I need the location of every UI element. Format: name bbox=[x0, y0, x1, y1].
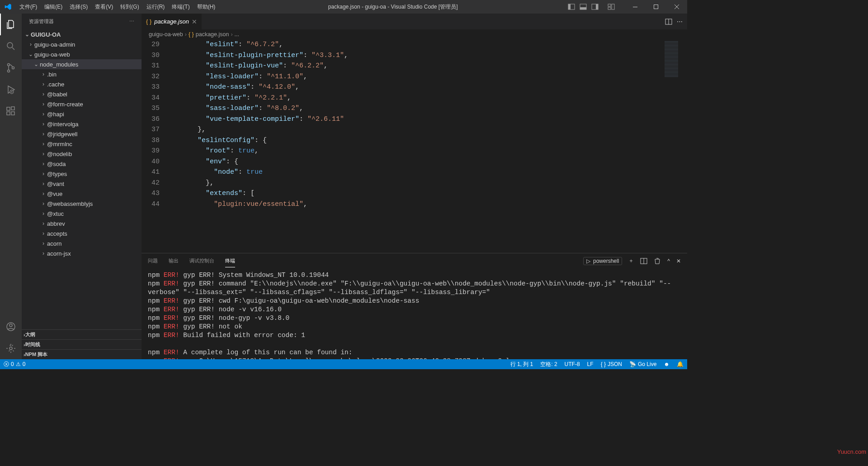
svg-rect-7 bbox=[612, 4, 614, 10]
tree-item[interactable]: ›@babel bbox=[22, 89, 142, 99]
tabs: { } package.json ✕ ⋯ bbox=[142, 14, 687, 29]
status-bar: ⓧ0 ⚠0 行 1, 列 1 空格: 2 UTF-8 LF { }JSON 📡G… bbox=[0, 359, 687, 369]
minimap[interactable] bbox=[660, 39, 687, 253]
code-editor[interactable]: 29303132333435363738394041424344 "eslint… bbox=[142, 39, 687, 253]
maximize-button[interactable] bbox=[646, 0, 666, 14]
tree-item[interactable]: ›.bin bbox=[22, 69, 142, 79]
tree-item[interactable]: ›@intervolga bbox=[22, 119, 142, 129]
status-eol[interactable]: LF bbox=[584, 359, 597, 369]
status-indent[interactable]: 空格: 2 bbox=[537, 359, 561, 369]
json-icon: { } bbox=[601, 361, 606, 367]
menu-item[interactable]: 帮助(H) bbox=[193, 0, 219, 14]
status-golive[interactable]: 📡Go Live bbox=[626, 359, 660, 369]
panel-tab[interactable]: 问题 bbox=[148, 255, 158, 267]
panel-tab[interactable]: 调试控制台 bbox=[189, 255, 214, 267]
tree-item[interactable]: ›.cache bbox=[22, 79, 142, 89]
terminal-output[interactable]: npm ERR! gyp ERR! System Windows_NT 10.0… bbox=[142, 268, 687, 359]
status-feedback-icon[interactable]: ☻ bbox=[660, 359, 673, 369]
tree-item[interactable]: ›@nodelib bbox=[22, 149, 142, 159]
minimize-button[interactable] bbox=[625, 0, 646, 14]
window-title: package.json - guigu-oa - Visual Studio … bbox=[219, 3, 567, 11]
new-terminal-icon[interactable]: ＋ bbox=[628, 257, 634, 265]
menu-bar: 文件(F)编辑(E)选择(S)查看(V)转到(G)运行(R)终端(T)帮助(H) bbox=[16, 0, 219, 14]
tree-item[interactable]: ⌄node_modules bbox=[22, 59, 142, 69]
split-editor-icon[interactable] bbox=[665, 18, 672, 25]
chevron-icon: › bbox=[27, 41, 34, 48]
explorer-icon[interactable] bbox=[0, 14, 22, 35]
sidebar-section-collapsed[interactable]: › NPM 脚本 bbox=[22, 349, 142, 359]
layout-panel-icon[interactable] bbox=[579, 2, 588, 11]
source-control-icon[interactable] bbox=[0, 57, 22, 79]
search-icon[interactable] bbox=[0, 35, 22, 57]
more-icon[interactable]: ⋯ bbox=[129, 19, 134, 24]
svg-rect-1 bbox=[568, 4, 571, 10]
status-problems[interactable]: ⓧ0 ⚠0 bbox=[0, 359, 29, 369]
tab-package-json[interactable]: { } package.json ✕ bbox=[142, 14, 202, 29]
kill-terminal-icon[interactable] bbox=[654, 257, 661, 265]
customize-layout-icon[interactable] bbox=[607, 2, 616, 11]
accounts-icon[interactable] bbox=[0, 316, 22, 338]
status-encoding[interactable]: UTF-8 bbox=[561, 359, 584, 369]
sidebar-title: 资源管理器 bbox=[29, 18, 54, 25]
tree-item[interactable]: ⌄guigu-oa-web bbox=[22, 49, 142, 59]
svg-rect-19 bbox=[11, 107, 14, 110]
tree-item[interactable]: ›@hapi bbox=[22, 109, 142, 119]
svg-rect-8 bbox=[608, 7, 611, 10]
code-content: "eslint": "^6.7.2", "eslint-plugin-prett… bbox=[169, 39, 687, 253]
tree-item[interactable]: ›abbrev bbox=[22, 219, 142, 228]
svg-point-12 bbox=[8, 64, 10, 66]
more-icon[interactable]: ⋯ bbox=[677, 18, 683, 25]
svg-point-21 bbox=[9, 324, 12, 327]
run-debug-icon[interactable] bbox=[0, 79, 22, 100]
menu-item[interactable]: 选择(S) bbox=[66, 0, 91, 14]
tab-close-icon[interactable]: ✕ bbox=[192, 18, 197, 25]
tree-item[interactable]: ›@xtuc bbox=[22, 209, 142, 219]
tree-item[interactable]: ›@vant bbox=[22, 179, 142, 189]
menu-item[interactable]: 终端(T) bbox=[168, 0, 193, 14]
tree-item[interactable]: ›@mrmlnc bbox=[22, 139, 142, 149]
menu-item[interactable]: 查看(V) bbox=[91, 0, 117, 14]
tree-item[interactable]: ›@types bbox=[22, 169, 142, 179]
status-bell-icon[interactable]: 🔔 bbox=[673, 359, 687, 369]
menu-item[interactable]: 转到(G) bbox=[117, 0, 142, 14]
chevron-icon: › bbox=[40, 81, 47, 87]
layout-secondary-sidebar-icon[interactable] bbox=[590, 2, 599, 11]
chevron-icon: › bbox=[40, 141, 47, 147]
maximize-panel-icon[interactable]: ^ bbox=[667, 258, 670, 264]
status-cursor[interactable]: 行 1, 列 1 bbox=[507, 359, 537, 369]
close-panel-icon[interactable]: ✕ bbox=[676, 258, 681, 264]
extensions-icon[interactable] bbox=[0, 100, 22, 122]
tree-item[interactable]: ›@soda bbox=[22, 159, 142, 169]
tree-root[interactable]: ⌄GUIGU-OA bbox=[22, 29, 142, 39]
chevron-icon: › bbox=[40, 250, 47, 257]
sidebar-section-collapsed[interactable]: › 大纲 bbox=[22, 329, 142, 339]
settings-gear-icon[interactable] bbox=[0, 338, 22, 359]
chevron-icon: › bbox=[40, 220, 47, 227]
tree-item[interactable]: ›@webassemblyjs bbox=[22, 199, 142, 209]
status-language[interactable]: { }JSON bbox=[597, 359, 626, 369]
menu-item[interactable]: 编辑(E) bbox=[41, 0, 66, 14]
svg-point-13 bbox=[8, 70, 10, 72]
split-terminal-icon[interactable] bbox=[640, 257, 647, 265]
chevron-icon: ⌄ bbox=[33, 61, 40, 67]
svg-point-14 bbox=[12, 67, 14, 69]
line-gutter: 29303132333435363738394041424344 bbox=[142, 39, 169, 253]
tree-item[interactable]: ›acorn-jsx bbox=[22, 248, 142, 258]
menu-item[interactable]: 文件(F) bbox=[16, 0, 41, 14]
tree-item[interactable]: ›acorn bbox=[22, 238, 142, 248]
panel-tab[interactable]: 终端 bbox=[225, 255, 235, 267]
close-button[interactable] bbox=[666, 0, 687, 14]
breadcrumb[interactable]: guigu-oa-web › { } package.json › ... bbox=[142, 29, 687, 39]
sidebar-section-collapsed[interactable]: › 时间线 bbox=[22, 339, 142, 349]
tree-item[interactable]: ›guigu-oa-admin bbox=[22, 39, 142, 49]
tree-item[interactable]: ›@jridgewell bbox=[22, 129, 142, 139]
tree-item[interactable]: ›accepts bbox=[22, 228, 142, 238]
chevron-right-icon: › bbox=[185, 31, 187, 38]
terminal-profile-dropdown[interactable]: ▷powershell bbox=[583, 257, 622, 265]
tree-item[interactable]: ›@form-create bbox=[22, 99, 142, 109]
menu-item[interactable]: 运行(R) bbox=[143, 0, 169, 14]
layout-primary-sidebar-icon[interactable] bbox=[567, 2, 576, 11]
chevron-right-icon: › bbox=[231, 31, 232, 38]
tree-item[interactable]: ›@vue bbox=[22, 189, 142, 199]
panel-tab[interactable]: 输出 bbox=[169, 255, 179, 267]
